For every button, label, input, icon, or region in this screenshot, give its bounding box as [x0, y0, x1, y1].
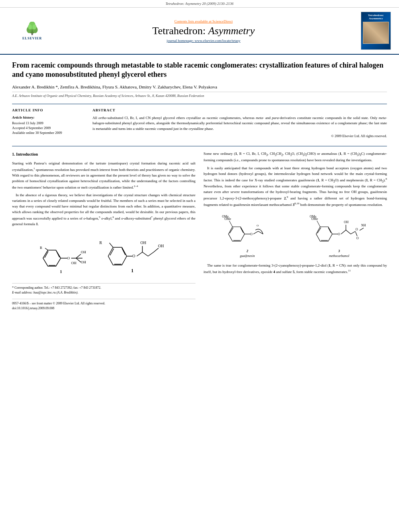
svg-line-31	[137, 252, 142, 256]
abstract-title: ABSTRACT	[93, 108, 387, 112]
svg-text:O: O	[356, 228, 358, 231]
footer-info: 0957-4166/$ – see front matter © 2009 El…	[12, 299, 195, 311]
history-label: Article history:	[12, 115, 84, 119]
article-info-title: ARTICLE INFO	[12, 108, 84, 112]
right-para2: It is easily anticipated that for compou…	[204, 166, 387, 208]
compound-2: OMe OMe O O	[221, 212, 274, 259]
svg-text:R: R	[40, 246, 42, 250]
svg-text:O: O	[338, 232, 340, 236]
svg-marker-7	[43, 250, 61, 266]
svg-text:1: 1	[60, 269, 62, 274]
abstract-section: ABSTRACT All ortho-substituted Cl, Br, I…	[93, 108, 387, 138]
doi-line: doi:10.1016/j.tetasy.2009.09.008	[12, 306, 195, 311]
elsevier-tree-icon	[24, 22, 40, 36]
journal-citation: Tetrahedron: Asymmetry 20 (2009) 2130–21…	[165, 2, 233, 6]
formula-1: R O OH	[96, 232, 177, 276]
svg-line-66	[360, 228, 364, 230]
svg-line-56	[317, 221, 320, 227]
compound-3: OMe OMe O OH O	[309, 212, 369, 259]
compound-2-label: 2	[221, 249, 274, 254]
journal-title: Tetrahedron: Asymmetry	[56, 25, 351, 37]
svg-line-68	[356, 232, 357, 236]
svg-text:OH: OH	[71, 261, 76, 265]
journal-cover-area: Tetrahedron:Asymmetry	[351, 12, 391, 50]
svg-line-9	[56, 251, 60, 257]
svg-line-36	[154, 248, 158, 252]
svg-line-17	[76, 258, 81, 262]
svg-text:OH: OH	[81, 260, 86, 264]
svg-line-60	[341, 230, 346, 234]
methocarbamol-label: methocarbamol	[309, 254, 369, 259]
structure-1-svg: R O OH OH OH 1	[31, 236, 95, 276]
svg-text:O: O	[67, 256, 70, 260]
svg-point-5	[28, 24, 32, 29]
sciencedirect-link[interactable]: ScienceDirect	[212, 19, 232, 23]
svg-line-44	[229, 221, 232, 227]
intro-para1: Starting with Pasteur's original demonst…	[12, 161, 195, 191]
accepted-date: Accepted 4 September 2009	[12, 126, 84, 130]
svg-line-42	[241, 228, 243, 233]
main-content: From racemic compounds through metastabl…	[0, 55, 399, 317]
sciencedirect-line: Contents lists available at ScienceDirec…	[56, 19, 351, 23]
top-bar: Tetrahedron: Asymmetry 20 (2009) 2130–21…	[0, 0, 399, 8]
svg-text:OMe: OMe	[224, 217, 231, 221]
affiliation: A.E. Arbuzov Institute of Organic and Ph…	[12, 92, 387, 98]
svg-text:OH: OH	[140, 240, 146, 245]
svg-line-28	[109, 243, 113, 247]
journal-cover-image: Tetrahedron:Asymmetry	[361, 12, 391, 50]
article-meta-section: ARTICLE INFO Article history: Received 1…	[12, 104, 387, 138]
structure-1-container: R O OH OH OH 1	[12, 232, 195, 278]
svg-line-61	[346, 230, 351, 234]
cover-title: Tetrahedron:Asymmetry	[368, 14, 384, 21]
compound-2-svg: OMe OMe O O	[221, 212, 274, 246]
intro-para2: In the absence of a rigorous theory, we …	[12, 193, 195, 227]
svg-marker-40	[228, 227, 245, 241]
svg-line-12	[45, 248, 48, 250]
svg-line-32	[142, 252, 148, 256]
journal-header-center: Contents lists available at ScienceDirec…	[56, 19, 351, 43]
cover-artwork	[363, 22, 389, 44]
svg-text:OMe: OMe	[311, 217, 318, 221]
journal-header: ELSEVIER Contents lists available at Sci…	[0, 8, 399, 55]
svg-line-64	[351, 231, 356, 234]
svg-line-54	[328, 228, 331, 233]
svg-marker-52	[316, 227, 332, 241]
elsevier-logo: ELSEVIER	[14, 21, 50, 41]
svg-text:NH: NH	[361, 224, 366, 227]
compound-3-label: 3	[309, 249, 369, 254]
svg-point-6	[33, 24, 36, 29]
body-columns: 1. Introduction Starting with Pasteur's …	[12, 146, 387, 311]
svg-marker-24	[108, 247, 127, 265]
article-title: From racemic compounds through metastabl…	[12, 61, 387, 80]
svg-line-26	[122, 248, 125, 255]
homepage-url[interactable]: www.elsevier.com/locate/tetasy	[195, 39, 241, 43]
svg-line-33	[148, 252, 154, 256]
svg-text:O: O	[250, 232, 253, 236]
svg-text:1: 1	[131, 268, 134, 273]
received-date: Received 13 July 2009	[12, 121, 84, 125]
publisher-logo-area: ELSEVIER	[8, 21, 56, 41]
compound-3-svg: OMe OMe O OH O	[309, 212, 369, 246]
corresponding-author: * Corresponding author. Tel.: +7 843 272…	[12, 286, 195, 290]
svg-text:O: O	[356, 236, 359, 240]
right-para3: The same is true for conglomerate-formin…	[204, 263, 387, 275]
right-para1: Some new ordinary (1, R = Cl, Br, I, CH3…	[204, 151, 387, 163]
abstract-text: All ortho-substituted Cl, Br, I, and CN …	[93, 115, 387, 132]
issn-line: 0957-4166/$ – see front matter © 2009 El…	[12, 301, 195, 306]
svg-text:OH: OH	[81, 250, 86, 254]
left-column: 1. Introduction Starting with Pasteur's …	[12, 151, 195, 311]
article-info-box: ARTICLE INFO Article history: Received 1…	[12, 108, 84, 138]
available-date: Available online 30 September 2009	[12, 131, 84, 135]
svg-text:R: R	[99, 240, 102, 245]
svg-line-16	[76, 254, 81, 258]
svg-text:O: O	[132, 254, 135, 258]
svg-text:OH: OH	[344, 220, 349, 224]
compound-structures: OMe OMe O O	[204, 212, 387, 259]
section1-title: 1. Introduction	[12, 151, 195, 158]
right-column: Some new ordinary (1, R = Cl, Br, I, CH3…	[204, 151, 387, 311]
copyright: © 2009 Elsevier Ltd. All rights reserved…	[93, 134, 387, 138]
authors-line: Alexander A. Bredikhin *, Zemfira A. Bre…	[12, 84, 387, 89]
svg-line-48	[253, 231, 258, 234]
svg-text:OH: OH	[158, 244, 164, 248]
footnote-area: * Corresponding author. Tel.: +7 843 272…	[12, 283, 195, 296]
